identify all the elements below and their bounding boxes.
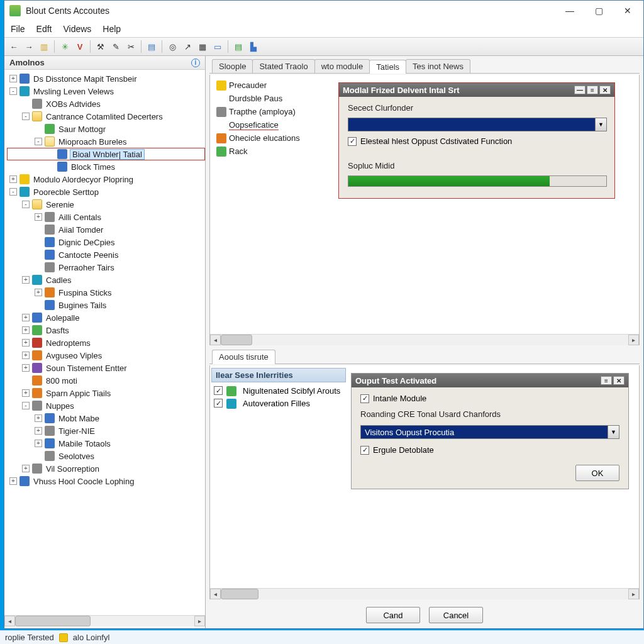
tab-aoouls-tisrute[interactable]: Aoouls tisrute bbox=[212, 350, 275, 364]
upper-hscroll[interactable]: ◂ ▸ bbox=[210, 334, 639, 345]
checkbox-elesteal[interactable]: ✓ bbox=[348, 137, 357, 146]
expand-icon[interactable]: + bbox=[35, 213, 42, 221]
tree-node[interactable]: +Dasfts bbox=[7, 324, 205, 336]
sidebar-hscroll[interactable]: ◂ ▸ bbox=[4, 615, 205, 626]
chevron-down-icon[interactable]: ▼ bbox=[595, 118, 606, 131]
tab-tatiels[interactable]: Tatiels bbox=[369, 60, 406, 74]
expand-icon[interactable]: + bbox=[22, 326, 30, 334]
tree-node[interactable]: +Modulo Alordecyor Plopring bbox=[7, 173, 205, 186]
chevron-down-icon[interactable]: ▼ bbox=[608, 426, 619, 438]
checkbox[interactable]: ✓ bbox=[214, 399, 223, 408]
doc-green-icon[interactable]: ▤ bbox=[231, 40, 245, 53]
scroll-left-icon[interactable]: ◂ bbox=[210, 589, 221, 599]
detail-tree[interactable]: PrecauderDurdsble PausTrapthe (amploya)O… bbox=[210, 75, 333, 345]
dialog2-opts-icon[interactable]: ≡ bbox=[601, 376, 612, 385]
tree-node[interactable]: +Avguseo Viples bbox=[7, 349, 205, 362]
menu-file[interactable]: File bbox=[11, 24, 25, 34]
expand-icon[interactable]: + bbox=[35, 289, 42, 296]
checkbox[interactable]: ✓ bbox=[214, 386, 223, 395]
dialog-close-icon[interactable]: ✕ bbox=[599, 86, 611, 94]
tree-node[interactable]: +Mobt Mabe bbox=[7, 412, 205, 425]
letter-v-icon[interactable]: V bbox=[73, 40, 87, 53]
maximize-button[interactable]: ▢ bbox=[584, 1, 613, 20]
list-item[interactable]: ✓Autoveration Filles bbox=[214, 399, 343, 409]
tree-node[interactable]: -Mvsling Leven Velews bbox=[7, 85, 205, 97]
folder-button[interactable]: ▥ bbox=[37, 40, 51, 53]
tree-node[interactable]: Aiial Tomder bbox=[7, 223, 205, 236]
expand-icon[interactable]: + bbox=[35, 427, 42, 435]
tree-node[interactable]: +Vil Soorreption bbox=[7, 462, 205, 475]
tree-node[interactable]: 800 moti bbox=[7, 374, 205, 387]
cand-button[interactable]: Cand bbox=[366, 607, 420, 623]
collapse-icon[interactable]: - bbox=[22, 113, 30, 120]
collapse-icon[interactable]: - bbox=[35, 138, 42, 145]
tree-node[interactable]: -Nuppes bbox=[7, 399, 205, 412]
tab-stated-traolo[interactable]: Stated Traolo bbox=[252, 59, 314, 73]
detail-node[interactable]: Rack bbox=[213, 145, 330, 158]
tree-node[interactable]: +Nedroptems bbox=[7, 336, 205, 349]
back-button[interactable]: ← bbox=[7, 40, 21, 53]
tree-node[interactable]: +Aolepalle bbox=[7, 311, 205, 324]
expand-icon[interactable]: + bbox=[9, 175, 17, 183]
expand-icon[interactable]: + bbox=[22, 364, 30, 372]
menu-views[interactable]: Videws bbox=[63, 24, 91, 34]
forward-button[interactable]: → bbox=[22, 40, 36, 53]
checkbox-ergule[interactable]: ✓ bbox=[360, 446, 369, 455]
expand-icon[interactable]: + bbox=[22, 352, 30, 359]
detail-node[interactable]: Durdsble Paus bbox=[213, 92, 330, 105]
scroll-left-icon[interactable]: ◂ bbox=[4, 616, 15, 626]
expand-icon[interactable]: + bbox=[9, 477, 17, 485]
tree-node[interactable]: -Mioproach Bureles bbox=[7, 135, 205, 148]
bug-icon[interactable]: ✳ bbox=[58, 40, 72, 53]
combo-clurfonder[interactable]: ▼ bbox=[348, 118, 607, 131]
tab-wto-module[interactable]: wto module bbox=[314, 59, 370, 73]
tree-node[interactable]: Bioal Wnbler| Tatial bbox=[7, 148, 205, 160]
tree-node[interactable]: Dignic DeCpies bbox=[7, 236, 205, 248]
nav-tree[interactable]: +Ds Disstonce Mapit Tensbeir-Mvsling Lev… bbox=[4, 70, 205, 615]
tree-node[interactable]: +Fuspina Sticks bbox=[7, 286, 205, 299]
lower-hscroll[interactable]: ◂ ▸ bbox=[210, 588, 639, 599]
screen-icon[interactable]: ▭ bbox=[211, 40, 225, 53]
tree-node[interactable]: +Ailli Centals bbox=[7, 211, 205, 223]
tree-node[interactable]: +Vhuss Hool Coocle Lophing bbox=[7, 475, 205, 487]
checkbox-intanle[interactable]: ✓ bbox=[360, 394, 369, 403]
expand-icon[interactable]: + bbox=[22, 314, 30, 321]
collapse-icon[interactable]: - bbox=[22, 402, 30, 409]
minimize-button[interactable]: — bbox=[555, 1, 584, 20]
expand-icon[interactable]: + bbox=[22, 276, 30, 284]
list-item[interactable]: ✓Nigultenated Scibfyl Arouts bbox=[214, 386, 343, 396]
expand-icon[interactable]: + bbox=[22, 465, 30, 472]
scroll-right-icon[interactable]: ▸ bbox=[194, 616, 205, 626]
scroll-left-icon[interactable]: ◂ bbox=[210, 335, 221, 345]
menu-edit[interactable]: Edft bbox=[36, 24, 52, 34]
target-icon[interactable]: ◎ bbox=[165, 40, 179, 53]
tree-node[interactable]: -Poorecble Serttop bbox=[7, 186, 205, 198]
detail-node[interactable]: Trapthe (amploya) bbox=[213, 105, 330, 118]
collapse-icon[interactable]: - bbox=[9, 188, 17, 196]
save-icon[interactable]: ▙ bbox=[247, 40, 260, 53]
collapse-icon[interactable]: - bbox=[22, 201, 30, 208]
tree-node[interactable]: +Mabile Totaols bbox=[7, 437, 205, 450]
tab-tes-inot-news[interactable]: Tes inot News bbox=[406, 59, 470, 73]
tool-c-icon[interactable]: ✂ bbox=[124, 40, 138, 53]
cancel-button[interactable]: Cancel bbox=[429, 607, 483, 623]
combo-visions[interactable]: Visitons Oupust Procutia ▼ bbox=[360, 425, 619, 439]
detail-node[interactable]: Precauder bbox=[213, 79, 330, 92]
collapse-icon[interactable]: - bbox=[9, 87, 17, 95]
dialog-opts-icon[interactable]: ≡ bbox=[587, 86, 598, 94]
tree-node[interactable]: +Soun Tistement Entter bbox=[7, 362, 205, 374]
tree-node[interactable]: XOBs Adtvides bbox=[7, 97, 205, 110]
expand-icon[interactable]: + bbox=[35, 440, 42, 447]
tree-node[interactable]: Bugines Tails bbox=[7, 299, 205, 311]
tree-node[interactable]: Saur Mottogr bbox=[7, 123, 205, 135]
ok-button[interactable]: OK bbox=[575, 465, 619, 481]
tree-node[interactable]: +Sparn Appic Tiails bbox=[7, 387, 205, 399]
tree-node[interactable]: +Ds Disstonce Mapit Tensbeir bbox=[7, 72, 205, 85]
close-button[interactable]: ✕ bbox=[613, 1, 642, 20]
expand-icon[interactable]: + bbox=[22, 389, 30, 397]
tree-node[interactable]: Cantocte Peenis bbox=[7, 248, 205, 261]
export-icon[interactable]: ↗ bbox=[180, 40, 194, 53]
detail-node[interactable]: Oopseficatice bbox=[213, 118, 330, 131]
tree-node[interactable]: +Tigier-NIE bbox=[7, 425, 205, 437]
menu-help[interactable]: Help bbox=[103, 24, 121, 34]
